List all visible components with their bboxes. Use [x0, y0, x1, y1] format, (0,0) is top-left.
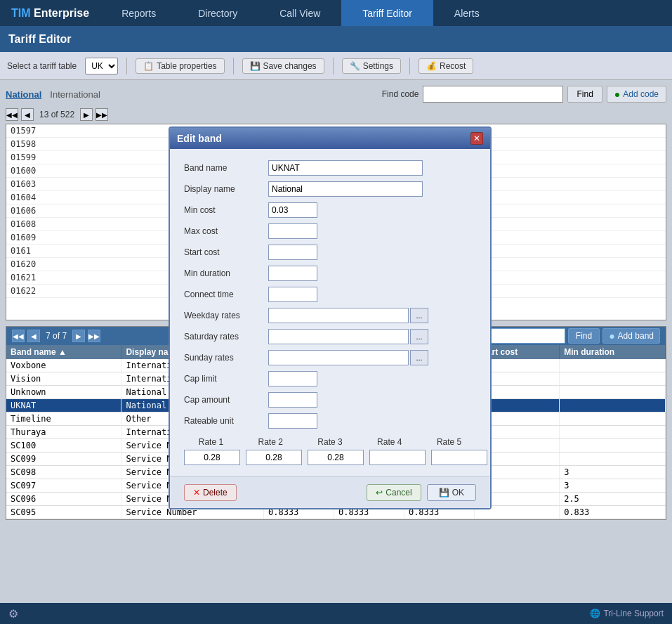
saturday-rates-browse-button[interactable]: ... — [410, 329, 428, 344]
toolbar-separator-2 — [233, 58, 234, 74]
add-band-button[interactable]: ● Add band — [602, 328, 660, 344]
find-code-input[interactable] — [423, 86, 563, 103]
nav-directory[interactable]: Directory — [177, 0, 258, 26]
ok-button[interactable]: 💾 OK — [427, 484, 476, 501]
rate2-header: Rate 2 — [244, 437, 298, 447]
saturday-rates-input[interactable] — [268, 329, 409, 344]
cap-amount-row: Cap amount — [184, 392, 476, 408]
pg-prev-btn[interactable]: ◀ — [21, 108, 34, 121]
add-code-button[interactable]: ● Add code — [607, 86, 666, 103]
rate1-input[interactable] — [184, 450, 240, 465]
table-properties-label: Table properties — [157, 61, 216, 71]
col-band-name[interactable]: Band name ▲ — [6, 345, 121, 359]
min-duration-row: Min duration — [184, 266, 476, 281]
connect-time-input[interactable] — [268, 287, 317, 302]
cap-limit-input[interactable] — [268, 371, 317, 386]
nav-alerts[interactable]: Alerts — [433, 0, 501, 26]
start-cost-input[interactable] — [268, 245, 317, 260]
find-button[interactable]: Find — [567, 86, 602, 103]
max-cost-row: Max cost — [184, 223, 476, 239]
find-code-label: Find code — [382, 89, 419, 99]
weekday-rates-input[interactable] — [268, 308, 409, 323]
min-cost-input[interactable] — [268, 202, 317, 218]
band-name-row: Band name — [184, 160, 476, 176]
settings-footer-icon[interactable]: ⚙ — [8, 607, 18, 620]
rate4-input[interactable] — [369, 450, 426, 465]
recost-label: Recost — [440, 61, 466, 71]
footer: ⚙ 🌐 Tri-Line Support — [0, 603, 672, 624]
bottom-pg-prev[interactable]: ◀ — [27, 330, 40, 342]
modal-close-button[interactable]: ✕ — [470, 132, 483, 145]
add-code-label: Add code — [623, 89, 659, 99]
rate2-input[interactable] — [246, 450, 302, 465]
rate5-input[interactable] — [431, 450, 487, 465]
brand-tim: TIM — [11, 7, 31, 20]
rate3-input[interactable] — [308, 450, 364, 465]
pg-first-btn[interactable]: ◀◀ — [6, 108, 18, 121]
ok-label: OK — [452, 488, 464, 498]
sub-header: Tariff Editor — [0, 26, 672, 52]
tab-national[interactable]: National — [6, 89, 41, 100]
rate-headers: Rate 1 Rate 2 Rate 3 Rate 4 Rate 5 — [184, 437, 476, 447]
max-cost-label: Max cost — [184, 226, 268, 236]
saturday-rates-field: ... — [268, 329, 428, 344]
start-cost-label: Start cost — [184, 247, 268, 257]
cap-amount-input[interactable] — [268, 392, 317, 408]
pg-last-btn[interactable]: ▶▶ — [95, 108, 108, 121]
support-globe-icon: 🌐 — [590, 609, 600, 618]
bottom-pg-last[interactable]: ▶▶ — [88, 330, 100, 342]
nav-reports[interactable]: Reports — [100, 0, 177, 26]
tariff-table-select[interactable]: UK US EU AU — [85, 58, 118, 74]
min-duration-label: Min duration — [184, 268, 268, 278]
modal-action-buttons: ↩ Cancel 💾 OK — [367, 484, 476, 501]
display-name-row: Display name — [184, 181, 476, 197]
rate-inputs — [184, 450, 476, 465]
weekday-rates-row: Weekday rates ... — [184, 308, 476, 323]
top-navigation: TIM Enterprise Reports Directory Call Vi… — [0, 0, 672, 26]
rate1-header: Rate 1 — [184, 437, 238, 447]
min-duration-input[interactable] — [268, 266, 317, 281]
cap-limit-row: Cap limit — [184, 371, 476, 386]
weekday-rates-field: ... — [268, 308, 428, 323]
nav-callview[interactable]: Call View — [258, 0, 341, 26]
sunday-rates-browse-button[interactable]: ... — [410, 350, 428, 365]
add-band-label: Add band — [618, 331, 654, 341]
bottom-pg-first[interactable]: ◀◀ — [12, 330, 25, 342]
delete-button[interactable]: ✕ Delete — [184, 484, 237, 501]
cancel-label: Cancel — [386, 488, 411, 498]
toolbar: Select a tariff table UK US EU AU 📋 Tabl… — [0, 52, 672, 80]
settings-label: Settings — [363, 61, 393, 71]
recost-button[interactable]: 💰 Recost — [419, 58, 473, 74]
min-cost-row: Min cost — [184, 202, 476, 218]
band-name-input[interactable] — [268, 160, 423, 176]
rate5-header: Rate 5 — [422, 437, 476, 447]
toolbar-separator-3 — [333, 58, 334, 74]
support-link[interactable]: 🌐 Tri-Line Support — [590, 609, 664, 618]
tab-international[interactable]: International — [50, 89, 100, 100]
cancel-button[interactable]: ↩ Cancel — [367, 484, 421, 501]
rateable-unit-input[interactable] — [268, 413, 317, 429]
page-title: Tariff Editor — [8, 33, 71, 46]
add-code-icon: ● — [614, 89, 620, 100]
rate3-header: Rate 3 — [303, 437, 357, 447]
bottom-find-button[interactable]: Find — [568, 328, 600, 344]
sunday-rates-input[interactable] — [268, 350, 409, 365]
settings-icon: 🔧 — [350, 61, 360, 71]
display-name-input[interactable] — [268, 181, 423, 197]
connect-time-label: Connect time — [184, 290, 268, 299]
cap-limit-label: Cap limit — [184, 374, 268, 384]
save-changes-button[interactable]: 💾 Save changes — [242, 58, 324, 74]
add-band-icon: ● — [609, 330, 614, 342]
table-properties-button[interactable]: 📋 Table properties — [136, 58, 224, 74]
connect-time-row: Connect time — [184, 287, 476, 302]
display-name-label: Display name — [184, 184, 268, 194]
rate4-header: Rate 4 — [362, 437, 416, 447]
max-cost-input[interactable] — [268, 223, 317, 239]
pg-next-btn[interactable]: ▶ — [80, 108, 93, 121]
settings-button[interactable]: 🔧 Settings — [342, 58, 401, 74]
bottom-pg-next[interactable]: ▶ — [72, 330, 85, 342]
weekday-rates-browse-button[interactable]: ... — [410, 308, 428, 323]
modal-title: Edit band — [177, 133, 222, 144]
rate-section: Rate 1 Rate 2 Rate 3 Rate 4 Rate 5 — [184, 437, 476, 465]
nav-tariffeditor[interactable]: Tariff Editor — [341, 0, 433, 26]
